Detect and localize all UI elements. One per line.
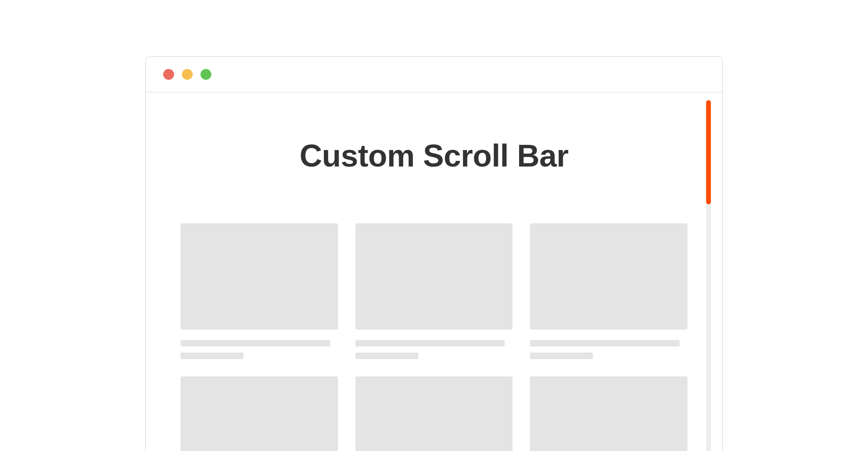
scrollbar-thumb[interactable] — [706, 100, 711, 204]
close-icon[interactable] — [163, 69, 174, 80]
placeholder-text-line — [530, 353, 593, 359]
placeholder-card — [530, 223, 687, 359]
placeholder-card — [181, 376, 338, 451]
placeholder-text-line — [355, 353, 418, 359]
placeholder-image — [530, 376, 687, 451]
placeholder-text-line — [355, 340, 505, 346]
content-area: Custom Scroll Bar — [146, 92, 722, 451]
placeholder-card — [530, 376, 687, 451]
main-content: Custom Scroll Bar — [146, 92, 722, 451]
placeholder-image — [530, 223, 687, 330]
placeholder-text-line — [181, 340, 330, 346]
placeholder-card — [355, 223, 513, 359]
placeholder-text-line — [530, 340, 680, 346]
browser-window: Custom Scroll Bar — [145, 56, 723, 451]
page-title: Custom Scroll Bar — [181, 138, 687, 173]
placeholder-card — [181, 223, 338, 359]
placeholder-image — [181, 223, 338, 330]
placeholder-text-line — [181, 353, 243, 359]
maximize-icon[interactable] — [201, 69, 211, 80]
window-titlebar — [146, 57, 722, 92]
card-grid — [181, 223, 687, 451]
placeholder-image — [181, 376, 338, 451]
traffic-lights — [163, 69, 211, 80]
placeholder-card — [355, 376, 513, 451]
placeholder-image — [355, 223, 513, 330]
minimize-icon[interactable] — [182, 69, 193, 80]
placeholder-image — [355, 376, 513, 451]
